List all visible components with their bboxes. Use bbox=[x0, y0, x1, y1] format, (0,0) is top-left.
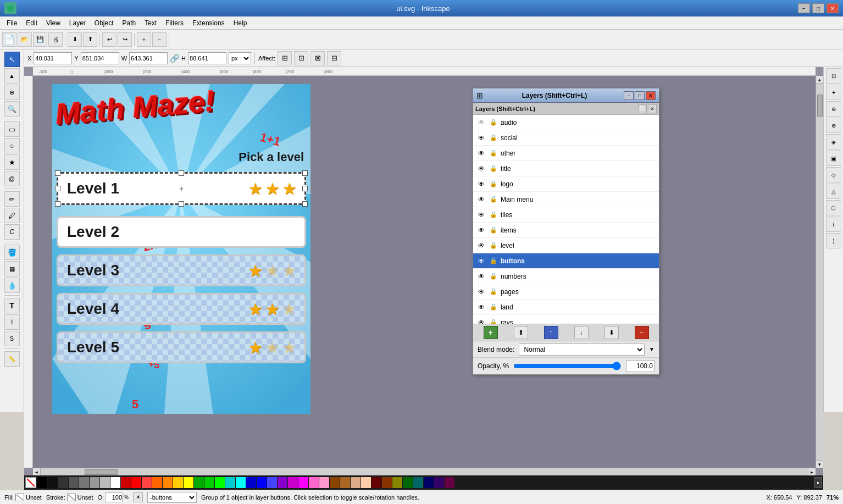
swatch-orange2[interactable] bbox=[163, 477, 173, 488]
swatch-maroon[interactable] bbox=[445, 477, 454, 488]
tool-pen[interactable]: 🖊 bbox=[4, 208, 20, 223]
new-button[interactable]: 📄 bbox=[2, 32, 16, 47]
level3-row[interactable]: Level 3 ★ ★ ★ bbox=[57, 254, 306, 286]
menu-file[interactable]: File bbox=[2, 18, 21, 28]
layers-collapse-btn[interactable]: ✕ bbox=[648, 104, 657, 113]
w-input[interactable] bbox=[129, 52, 168, 64]
swatch-pink1[interactable] bbox=[309, 477, 319, 488]
add-layer-btn[interactable]: + bbox=[484, 326, 498, 339]
swatch-green2[interactable] bbox=[204, 477, 214, 488]
h-scroll-btn-left[interactable]: ◂ bbox=[33, 468, 41, 476]
right-btn3[interactable]: ✦ bbox=[826, 85, 841, 100]
print-button[interactable]: 🖨 bbox=[48, 32, 63, 47]
sel-handle-bm[interactable] bbox=[179, 201, 184, 207]
maximize-button[interactable]: □ bbox=[812, 3, 824, 13]
layer-lock-title[interactable]: 🔒 bbox=[489, 164, 498, 174]
layer-lock-land[interactable]: 🔒 bbox=[489, 302, 498, 312]
blend-mode-select[interactable]: Normal Multiply Screen Overlay bbox=[519, 344, 645, 356]
layer-row-social[interactable]: 👁 🔒 social bbox=[473, 130, 659, 146]
swatch-purple1[interactable] bbox=[278, 477, 287, 488]
menu-filters[interactable]: Filters bbox=[161, 18, 188, 28]
swatch-brown1[interactable] bbox=[330, 477, 340, 488]
swatch-blue2[interactable] bbox=[257, 477, 267, 488]
layer-down-btn[interactable]: ⬇ bbox=[604, 326, 619, 339]
layer-row-tiles[interactable]: 👁 🔒 tiles bbox=[473, 207, 659, 223]
sel-handle-tm[interactable] bbox=[179, 170, 184, 176]
swatch-red2[interactable] bbox=[131, 477, 141, 488]
swatch-darkred[interactable] bbox=[371, 477, 381, 488]
tool-connector[interactable]: ⌇ bbox=[4, 314, 20, 330]
sel-handle-tr[interactable] bbox=[302, 170, 308, 176]
swatch-blue3[interactable] bbox=[267, 477, 277, 488]
affect-btn4[interactable]: ⊟ bbox=[327, 51, 341, 65]
layer-raise-btn[interactable]: ↑ bbox=[544, 326, 558, 339]
swatch-darkgreen[interactable] bbox=[403, 477, 413, 488]
layer-row-other[interactable]: 👁 🔒 other bbox=[473, 146, 659, 161]
layer-lock-level[interactable]: 🔒 bbox=[489, 241, 498, 251]
layer-lock-pages[interactable]: 🔒 bbox=[489, 287, 498, 297]
h-scrollbar[interactable]: ◂ ▸ bbox=[33, 468, 816, 475]
layer-lock-logo[interactable]: 🔒 bbox=[489, 179, 498, 189]
swatch-yellow2[interactable] bbox=[184, 477, 193, 488]
tool-pencil[interactable]: ✏ bbox=[4, 191, 20, 207]
swatch-green3[interactable] bbox=[215, 477, 225, 488]
tool-tweak[interactable]: ⊕ bbox=[4, 85, 20, 100]
layer-lock-main-menu[interactable]: 🔒 bbox=[489, 195, 498, 204]
swatch-navy[interactable] bbox=[424, 477, 434, 488]
layer-row-numbers[interactable]: 👁 🔒 numbers bbox=[473, 269, 659, 284]
opacity-slider[interactable] bbox=[513, 362, 622, 370]
swatch-lightgray[interactable] bbox=[90, 477, 99, 488]
layer-eye-other[interactable]: 👁 bbox=[476, 148, 486, 158]
minimize-button[interactable]: − bbox=[798, 3, 810, 13]
right-btn10[interactable]: ⬡ bbox=[826, 200, 841, 215]
h-scroll-btn-right[interactable]: ▸ bbox=[808, 468, 816, 476]
opacity-value-input[interactable] bbox=[626, 360, 655, 372]
h-input[interactable] bbox=[188, 52, 226, 64]
sel-handle-tl[interactable] bbox=[55, 170, 60, 176]
layer-lower-btn[interactable]: ↓ bbox=[574, 326, 589, 339]
menu-view[interactable]: View bbox=[42, 18, 65, 28]
open-button[interactable]: 📂 bbox=[18, 32, 32, 47]
layer-lock-buttons[interactable]: 🔒 bbox=[489, 256, 498, 266]
menu-path[interactable]: Path bbox=[118, 18, 141, 28]
layer-row-rays[interactable]: 👁 🔒 rays bbox=[473, 315, 659, 324]
menu-text[interactable]: Text bbox=[140, 18, 161, 28]
game-canvas[interactable]: Math Maze! 1+1 2x5 Pick a level g3 +5 5 … bbox=[52, 84, 310, 414]
tool-star[interactable]: ★ bbox=[4, 154, 20, 170]
color-arrow[interactable]: ▸ bbox=[814, 477, 822, 488]
zoom-in-button[interactable]: + bbox=[137, 32, 151, 47]
sel-handle-br[interactable] bbox=[302, 201, 308, 207]
layer-row-level[interactable]: 👁 🔒 level bbox=[473, 238, 659, 253]
layer-row-buttons[interactable]: 👁 🔒 buttons bbox=[473, 253, 659, 269]
swatch-purple2[interactable] bbox=[288, 477, 298, 488]
swatch-teal[interactable] bbox=[413, 477, 423, 488]
save-button[interactable]: 💾 bbox=[33, 32, 47, 47]
layer-eye-main-menu[interactable]: 👁 bbox=[476, 195, 486, 204]
layer-eye-pages[interactable]: 👁 bbox=[476, 287, 486, 297]
right-btn9[interactable]: △ bbox=[826, 184, 841, 199]
swatch-indigo[interactable] bbox=[434, 477, 444, 488]
redo-button[interactable]: ↪ bbox=[118, 32, 132, 47]
swatch-silver[interactable] bbox=[100, 477, 110, 488]
swatch-gray[interactable] bbox=[79, 477, 89, 488]
layers-maximize-btn[interactable]: □ bbox=[635, 91, 645, 100]
swatch-darkorange[interactable] bbox=[382, 477, 392, 488]
tool-dropper[interactable]: 💧 bbox=[4, 278, 20, 293]
level2-row[interactable]: Level 2 bbox=[57, 216, 306, 248]
v-scroll-btn-down[interactable]: ▾ bbox=[816, 460, 824, 468]
layer-eye-land[interactable]: 👁 bbox=[476, 302, 486, 312]
layers-list[interactable]: 👁 🔒 audio 👁 🔒 social 👁 🔒 other 👁 🔒 title… bbox=[473, 115, 659, 324]
opacity-status-input[interactable] bbox=[105, 492, 123, 502]
layer-eye-tiles[interactable]: 👁 bbox=[476, 210, 486, 220]
layers-close-btn[interactable]: ✕ bbox=[646, 91, 656, 100]
right-btn8[interactable]: ◇ bbox=[826, 167, 841, 182]
swatch-yellow1[interactable] bbox=[173, 477, 183, 488]
menu-extensions[interactable]: Extensions bbox=[188, 18, 229, 28]
swatch-skin[interactable] bbox=[361, 477, 371, 488]
layer-eye-items[interactable]: 👁 bbox=[476, 225, 486, 235]
tool-calligraphy[interactable]: C bbox=[4, 224, 20, 240]
unit-select[interactable]: pxmmcm bbox=[229, 52, 251, 64]
close-button[interactable]: ✕ bbox=[827, 3, 839, 13]
swatch-red1[interactable] bbox=[121, 477, 131, 488]
swatch-cyan1[interactable] bbox=[225, 477, 235, 488]
